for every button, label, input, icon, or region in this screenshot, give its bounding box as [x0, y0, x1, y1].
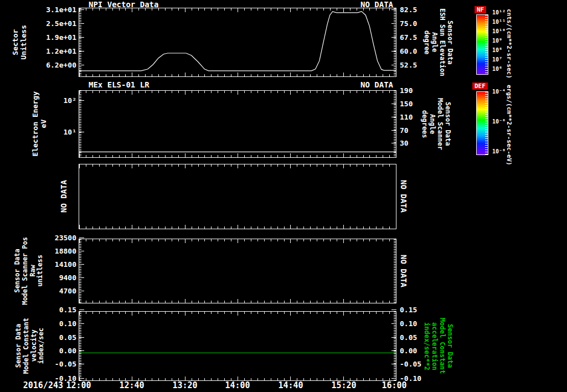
panel3-left-no-data: NO DATA: [59, 180, 68, 213]
nf-colorbar: [476, 14, 488, 75]
def-colorbar-ticks: [485, 92, 488, 154]
y-tick-label: 82.5: [400, 6, 417, 13]
y-tick-label: 110: [400, 114, 413, 121]
panel1-curve: [79, 8, 396, 76]
y-tick-label: 67.5: [400, 34, 417, 41]
y-tick-label: 0.00: [400, 347, 417, 354]
panel2-left-axis-title-wrap: Electron Energy eV: [30, 90, 50, 158]
y-tick-label: 60.0: [400, 48, 417, 55]
panel4-right-no-data: NO DATA: [399, 255, 408, 287]
panel5-left-axis-title: Sensor Data Model Constant velocity inde…: [15, 318, 45, 374]
panel2-right-axis-title: Sensor Data Model Scanner Angle degrees: [420, 98, 451, 150]
panel2-right-axis-title-wrap: Sensor Data Model Scanner Angle degrees: [419, 90, 453, 158]
panel1-right-axis-title-wrap: Sensor Data ESH Sun Elevation Angle degr…: [421, 8, 455, 77]
panel5-left-axis-title-wrap: Sensor Data Model Constant velocity inde…: [13, 311, 48, 381]
nf-colorbar-units: cnts/(cm**2-sr-sec): [506, 9, 513, 79]
panel1-left-axis-title-wrap: Sector Unitless: [10, 8, 30, 77]
x-tick-label: 15:20: [327, 381, 360, 390]
panel3-right-no-data-wrap: NO DATA: [398, 164, 410, 229]
def-colorbar-units: ergs/(cm**2-sr-sec-eV): [506, 85, 513, 166]
x-tick-label: 12:40: [115, 381, 148, 390]
y-tick-label: 1.2e+01: [32, 48, 76, 55]
nf-colorbar-ticks: [485, 15, 488, 74]
panel4-left-axis-title: Sensor Data Model Scanner Pos Raw unitle…: [14, 237, 44, 305]
x-axis-date-label: 2016/243: [13, 381, 63, 390]
x-tick-label: 14:00: [221, 381, 254, 390]
colorbar-tick-label: 10⁶: [492, 66, 502, 72]
x-tick-label: 13:20: [168, 381, 202, 390]
panel3-right-no-data: NO DATA: [399, 180, 408, 213]
panel1-right-axis-title: Sensor Data ESH Sun Elevation Angle degr…: [422, 8, 453, 76]
x-tick-label: 12:00: [62, 381, 95, 390]
panel4-right-minor-ticks: [394, 239, 396, 303]
panel5-right-axis-title-wrap: Sensor Data Model Constant acceleration …: [421, 311, 455, 381]
panel4-right-no-data-wrap: NO DATA: [398, 239, 410, 303]
panel3-top-major-ticks: [79, 164, 396, 168]
panel5-right-axis-title: Sensor Data Model Constant acceleration …: [422, 318, 453, 374]
x-tick-label: 14:40: [274, 381, 307, 390]
panel2-left-axis-title: Electron Energy eV: [32, 91, 48, 156]
panel4-bottom-major-ticks: [79, 299, 396, 303]
nf-colorbar-title: NF: [475, 6, 486, 13]
panel2-plot-area: [79, 90, 396, 158]
y-tick-label: 75.0: [400, 20, 417, 27]
panel3-left-no-data-wrap: NO DATA: [58, 164, 70, 229]
colorbar-tick-label: 10⁷: [492, 56, 502, 63]
y-tick-label: 2.5e+01: [32, 20, 76, 27]
panel1-plot-area: [79, 8, 396, 77]
panel1-title: NPI Vector Data: [89, 1, 158, 8]
panel5-zero-line: [79, 312, 396, 380]
panel4-plot-area: [79, 239, 396, 303]
panel3-plot-area: [79, 164, 396, 229]
def-colorbar-units-wrap: ergs/(cm**2-sr-sec-eV): [503, 83, 515, 167]
panel4-left-minor-ticks: [79, 239, 81, 303]
panel2-trace: [79, 91, 396, 157]
panel3-bottom-major-ticks: [79, 225, 396, 229]
panel4-left-axis-title-wrap: Sensor Data Model Scanner Pos Raw unitle…: [12, 239, 47, 303]
y-tick-label: 30: [400, 140, 409, 147]
y-tick-label: 6.2e+00: [32, 61, 76, 69]
science-plot-screen: NPI Vector Data NO DATA MEx ELS-01 LR NO…: [0, 0, 567, 392]
y-tick-label: 3.1e+01: [32, 6, 76, 13]
colorbar-tick-label: 10⁸: [492, 47, 502, 53]
def-colorbar: [476, 91, 488, 155]
y-tick-label: -0.05: [400, 360, 421, 368]
panel5-plot-area: [79, 311, 396, 381]
y-tick-label: 0.05: [400, 334, 417, 341]
def-colorbar-title: DEF: [472, 82, 488, 90]
panel1-left-axis-title: Sector Unitless: [12, 25, 28, 60]
y-tick-label: 70: [400, 127, 409, 134]
panel4-top-major-ticks: [79, 239, 396, 243]
y-tick-label: 0.15: [400, 306, 417, 313]
panel1-no-data-label: NO DATA: [360, 1, 393, 8]
y-tick-label: 52.5: [400, 61, 417, 69]
nf-colorbar-units-wrap: cnts/(cm**2-sr-sec): [503, 8, 515, 80]
x-tick-label: 16:00: [378, 381, 411, 390]
y-tick-label: 1.9e+01: [32, 34, 76, 41]
y-tick-label: 150: [400, 100, 413, 107]
y-tick-label: 190: [400, 87, 413, 94]
panel2-no-data-label: NO DATA: [360, 81, 393, 89]
panel2-title: MEx ELS-01 LR: [89, 81, 150, 89]
y-tick-label: 0.10: [400, 320, 417, 327]
colorbar-tick-label: 10⁹: [492, 38, 502, 44]
